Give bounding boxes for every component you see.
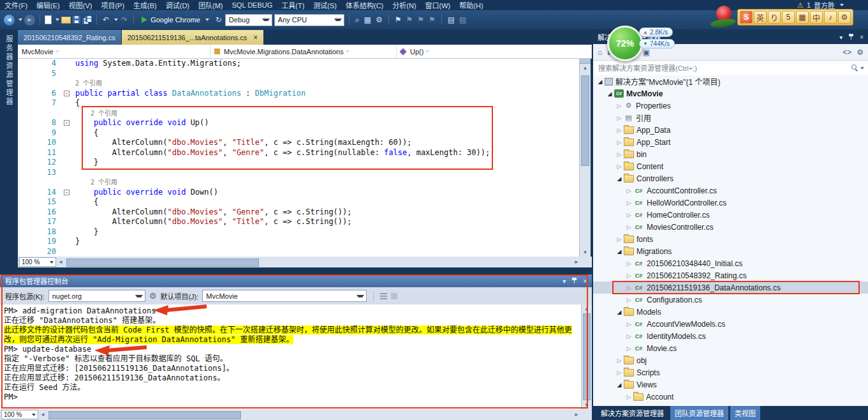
tree-item[interactable]: ▷Content xyxy=(593,160,868,172)
tree-item[interactable]: ▷C#MoviesController.cs xyxy=(593,221,868,233)
comment-icon[interactable]: ▤ xyxy=(446,16,456,24)
tree-item[interactable]: ▷C#201506210348440_Initial.cs xyxy=(593,257,868,269)
previous-bookmark-icon[interactable]: ⚑ xyxy=(404,16,414,24)
tree-item[interactable]: ▷C#Configuration.cs xyxy=(593,294,868,306)
default-project-dropdown[interactable]: MvcMovie xyxy=(202,290,367,302)
package-source-settings-gear-icon[interactable]: ⚙ xyxy=(149,292,157,300)
search-input[interactable] xyxy=(597,64,851,73)
menu-item[interactable]: 体系结构(C) xyxy=(341,0,388,10)
ime-key-icon[interactable]: り xyxy=(768,11,781,24)
restart-icon[interactable]: ↻ xyxy=(214,16,223,24)
tree-item[interactable]: ▷C#IdentityModels.cs xyxy=(593,330,868,342)
save-icon[interactable] xyxy=(73,16,80,24)
bookmark-icon[interactable]: ⚑ xyxy=(394,16,403,24)
navigate-back-icon[interactable]: ◄ xyxy=(4,15,15,26)
new-file-caret-icon[interactable] xyxy=(55,19,59,21)
editor-horizontal-scrollbar[interactable]: 100 % ◄ ► xyxy=(18,257,592,267)
menu-item[interactable]: SQL DEBUG xyxy=(228,1,277,9)
tree-item[interactable]: ▷Scripts xyxy=(593,366,868,379)
collapsed-arrow-icon[interactable]: ▷ xyxy=(615,163,624,170)
tree-item[interactable]: ◢Views xyxy=(593,379,868,391)
menu-item[interactable]: 测试(S) xyxy=(309,0,341,10)
next-bookmark-icon[interactable]: ⚑ xyxy=(416,16,425,24)
ime-key-icon[interactable]: 英 xyxy=(754,11,767,24)
editor-vertical-scrollbar[interactable]: ▲ ▼ xyxy=(579,59,591,257)
expanded-arrow-icon[interactable]: ◢ xyxy=(615,382,624,388)
tree-item[interactable]: ▷App_Data xyxy=(593,124,868,136)
collapsed-arrow-icon[interactable]: ▷ xyxy=(624,297,633,303)
properties-window-icon[interactable]: ⚙ xyxy=(374,16,384,24)
scroll-up-icon[interactable]: ▲ xyxy=(582,304,592,313)
horizontal-scroll-track[interactable] xyxy=(65,258,572,266)
collapsed-arrow-icon[interactable]: ▷ xyxy=(624,273,633,279)
document-tab[interactable]: 201506211519136_...taAnnotations.cs× xyxy=(122,30,264,45)
collapsed-arrow-icon[interactable]: ▷ xyxy=(624,345,633,352)
horizontal-scroll-thumb[interactable] xyxy=(48,411,241,419)
navigate-back-caret-icon[interactable] xyxy=(18,19,22,21)
run-target-caret-icon[interactable] xyxy=(205,19,209,21)
scroll-right-icon[interactable]: ► xyxy=(572,412,581,417)
collapsed-arrow-icon[interactable]: ▷ xyxy=(624,224,633,230)
menu-item[interactable]: 窗口(W) xyxy=(421,0,455,10)
ime-key-icon[interactable]: S xyxy=(740,11,753,24)
ime-key-icon[interactable]: 中 xyxy=(810,11,823,24)
codelens-references[interactable]: 2 个引用 xyxy=(75,80,102,87)
menu-item[interactable]: 分析(N) xyxy=(388,0,420,10)
tree-item[interactable]: ▷Account xyxy=(593,391,868,403)
open-file-icon[interactable] xyxy=(61,17,71,24)
collapsed-arrow-icon[interactable]: ▷ xyxy=(615,236,624,243)
menu-item[interactable]: 帮助(H) xyxy=(455,0,487,10)
collapse-region-icon[interactable]: - xyxy=(64,91,70,96)
menu-item[interactable]: 项目(P) xyxy=(96,0,129,10)
collapse-region-icon[interactable]: - xyxy=(64,120,70,126)
tree-item[interactable]: ▷C#201506210548392_Rating.cs xyxy=(593,269,868,281)
ime-key-icon[interactable]: ⚙ xyxy=(838,11,851,24)
menu-item[interactable]: 调试(D) xyxy=(161,0,194,10)
navbar-member-dropdown[interactable]: Up() xyxy=(397,45,592,58)
tree-item[interactable]: ▷⚙Properties xyxy=(593,100,868,112)
close-tab-icon[interactable]: × xyxy=(253,33,258,42)
console-horizontal-scrollbar[interactable]: 100 % ◄ ► xyxy=(0,409,592,420)
expanded-arrow-icon[interactable]: ◢ xyxy=(615,176,624,182)
close-icon[interactable]: × xyxy=(583,278,587,285)
tree-item[interactable]: ▷obj xyxy=(593,354,868,366)
expanded-arrow-icon[interactable]: ◢ xyxy=(615,309,624,315)
tree-item[interactable]: ◢解决方案"MvcMovie"(1 个项目) xyxy=(593,75,868,87)
redo-icon[interactable]: ↷ xyxy=(120,16,129,24)
properties-icon[interactable]: ⚙ xyxy=(857,48,864,57)
scroll-right-icon[interactable]: ► xyxy=(572,259,581,265)
scroll-down-icon[interactable]: ▼ xyxy=(582,401,592,409)
tree-item[interactable]: ▷fonts xyxy=(593,233,868,245)
undo-icon[interactable]: ↶ xyxy=(101,16,110,24)
find-in-files-icon[interactable]: ⌕ xyxy=(354,16,361,24)
codelens-references[interactable]: 2 个引用 xyxy=(75,110,117,117)
search-caret-icon[interactable] xyxy=(860,67,864,70)
panel-tab[interactable]: 解决方案资源管理器 xyxy=(596,406,668,420)
horizontal-scroll-thumb[interactable] xyxy=(66,259,259,267)
collapse-region-icon[interactable]: - xyxy=(64,190,70,195)
tree-item[interactable]: ▷C#201506211519136_DataAnnotations.cs xyxy=(593,281,868,294)
scroll-left-icon[interactable]: ◄ xyxy=(56,259,65,265)
stop-icon[interactable] xyxy=(391,293,397,299)
collapsed-arrow-icon[interactable]: ▷ xyxy=(624,394,633,400)
speed-monitor-widget[interactable]: 72% ▲ 2.8K/s ▼ 744K/s xyxy=(607,26,675,61)
console-title-bar[interactable]: 程序包管理器控制台 ▾ × xyxy=(0,274,592,287)
console-vertical-scrollbar[interactable]: ▲ ▼ xyxy=(581,304,592,409)
tree-item[interactable]: ▷C#HelloWorldController.cs xyxy=(593,197,868,209)
tree-item[interactable]: ◢C#MvcMovie xyxy=(593,87,868,100)
tree-item[interactable]: ▷bin xyxy=(593,148,868,160)
tree-item[interactable]: ▷C#AccountViewModels.cs xyxy=(593,318,868,330)
undo-caret-icon[interactable] xyxy=(114,19,118,21)
document-tab[interactable]: 201506210548392_Rating.cs xyxy=(18,30,121,45)
expanded-arrow-icon[interactable]: ◢ xyxy=(596,79,605,85)
tree-item[interactable]: ▷App_Start xyxy=(593,136,868,148)
collapsed-arrow-icon[interactable]: ▷ xyxy=(624,188,633,194)
scroll-up-icon[interactable]: ▲ xyxy=(580,64,591,72)
collapsed-arrow-icon[interactable]: ▷ xyxy=(624,321,633,327)
navbar-type-dropdown[interactable]: MvcMovie.Migrations.DataAnnotations xyxy=(210,45,397,58)
collapsed-arrow-icon[interactable]: ▷ xyxy=(615,370,624,376)
horizontal-scroll-track[interactable] xyxy=(47,410,572,419)
collapsed-arrow-icon[interactable]: ▷ xyxy=(615,127,624,133)
code-view-icon[interactable]: <> xyxy=(842,48,851,57)
ime-key-icon[interactable]: 5 xyxy=(782,11,795,24)
